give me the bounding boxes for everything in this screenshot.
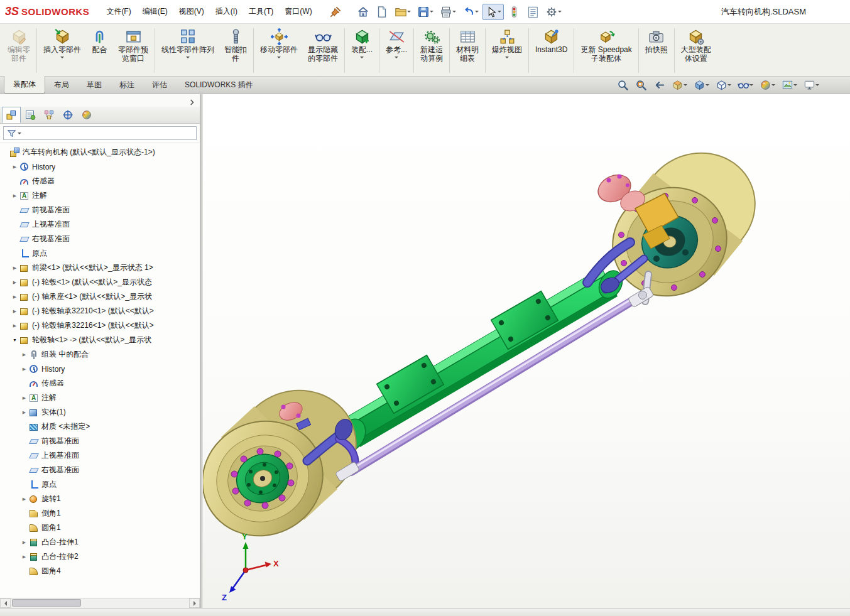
menu-item[interactable]: 视图(V)	[173, 3, 210, 20]
display-style-button[interactable]	[714, 78, 733, 92]
exploded-view-button[interactable]: 爆炸视图	[487, 26, 527, 75]
expand-arrow-icon[interactable]: ▶	[11, 323, 19, 328]
commandmanager-tab[interactable]: 评估	[143, 77, 176, 94]
mate-button[interactable]: 配合	[86, 26, 113, 75]
expand-arrow-icon[interactable]: ▶	[11, 165, 19, 170]
tree-item[interactable]: ▶(-) 轴承座<1> (默认<<默认>_显示状	[0, 289, 200, 304]
commandmanager-tab[interactable]: 布局	[45, 77, 78, 94]
scroll-right-button[interactable]	[189, 598, 200, 608]
wheel-drum-left[interactable]	[203, 370, 375, 555]
commandmanager-tab[interactable]: SOLIDWORKS 插件	[176, 77, 262, 94]
configurationmanager-tab[interactable]	[40, 107, 58, 123]
insert-component-button[interactable]: 插入零部件	[38, 26, 86, 75]
snapshot-button[interactable]: 拍快照	[640, 26, 673, 75]
expand-arrow-icon[interactable]: ▶	[20, 410, 28, 415]
zoom-area-button[interactable]	[633, 78, 649, 92]
tree-horizontal-scrollbar[interactable]	[0, 598, 200, 608]
tree-item[interactable]: 原点	[0, 477, 200, 492]
tree-item[interactable]: ▶(-) 轮毂轴承32216<1> (默认<<默认>	[0, 318, 200, 333]
new-document-button[interactable]	[373, 4, 391, 20]
instant3d-button[interactable]: Instant3D	[530, 26, 572, 75]
tree-item[interactable]: ▼轮毂轴<1> -> (默认<<默认>_显示状	[0, 333, 200, 347]
tree-item[interactable]: 原点	[0, 246, 200, 261]
tree-item[interactable]: ▶History	[0, 159, 200, 174]
expand-arrow-icon[interactable]: ▼	[11, 338, 19, 342]
commandmanager-tab[interactable]: 装配体	[4, 76, 45, 94]
scrollbar-thumb[interactable]	[12, 599, 81, 607]
panel-collapse-button[interactable]	[187, 96, 198, 109]
file-properties-button[interactable]	[524, 4, 542, 20]
propertymanager-tab[interactable]	[21, 107, 40, 123]
select-cursor-button[interactable]	[482, 4, 504, 20]
tree-item[interactable]: 右视基准面	[0, 232, 200, 246]
pin-button[interactable]	[327, 4, 344, 20]
dimxpertmanager-tab[interactable]	[58, 107, 77, 123]
tree-item[interactable]: ▶组装 中的配合	[0, 347, 200, 362]
tie-rod[interactable]	[335, 274, 653, 482]
expand-arrow-icon[interactable]: ▶	[11, 266, 19, 271]
section-view-button[interactable]	[670, 78, 689, 92]
menu-item[interactable]: 插入(I)	[210, 3, 243, 20]
axle-beam[interactable]	[333, 267, 627, 457]
tree-item[interactable]: ▶(-) 轮毂<1> (默认<<默认>_显示状态	[0, 275, 200, 289]
smart-fasteners-button[interactable]: 智能扣 件	[219, 26, 252, 75]
tree-item[interactable]: 汽车转向机构 (默认<默认_显示状态-1>)	[0, 145, 200, 159]
expand-arrow-icon[interactable]: ▶	[11, 280, 19, 285]
speedpak-button[interactable]: 更新 Speedpak 子装配体	[575, 26, 636, 75]
tree-item[interactable]: 上视基准面	[0, 217, 200, 232]
tree-item[interactable]: 传感器	[0, 376, 200, 391]
edit-appearance-button[interactable]	[758, 78, 777, 92]
commandmanager-tab[interactable]: 标注	[111, 77, 143, 94]
expand-arrow-icon[interactable]: ▶	[20, 554, 28, 559]
tree-item[interactable]: 前视基准面	[0, 434, 200, 448]
show-hidden-button[interactable]: 显示隐藏 的零部件	[303, 26, 343, 75]
tree-item[interactable]: ▶(-) 轮毂轴承32210<1> (默认<<默认>	[0, 304, 200, 318]
expand-arrow-icon[interactable]: ▶	[20, 497, 28, 502]
hide-show-items-button[interactable]	[736, 78, 755, 92]
settings-button[interactable]	[543, 4, 564, 20]
menu-item[interactable]: 窗口(W)	[279, 3, 317, 20]
home-button[interactable]	[354, 4, 372, 20]
expand-arrow-icon[interactable]: ▶	[11, 294, 19, 300]
tree-item[interactable]: ▶注解	[0, 188, 200, 203]
tree-item[interactable]: ▶旋转1	[0, 492, 200, 506]
tree-item[interactable]: ▶注解	[0, 391, 200, 405]
tree-item[interactable]: 上视基准面	[0, 448, 200, 463]
previous-view-button[interactable]	[651, 78, 667, 92]
undo-button[interactable]	[460, 4, 481, 20]
expand-arrow-icon[interactable]: ▶	[20, 367, 28, 372]
open-button[interactable]	[392, 4, 413, 20]
tree-item[interactable]: 前视基准面	[0, 203, 200, 217]
tree-item[interactable]: ▶History	[0, 362, 200, 376]
3d-model[interactable]: Y X Z	[203, 94, 850, 608]
motion-study-button[interactable]: 新建运 动算例	[415, 26, 448, 75]
linear-pattern-button[interactable]: 线性零部件阵列	[156, 26, 219, 75]
apply-scene-button[interactable]	[780, 78, 799, 92]
view-orientation-button[interactable]	[692, 78, 711, 92]
menu-item[interactable]: 编辑(E)	[137, 3, 173, 20]
bom-button[interactable]: 材料明 细表	[451, 26, 484, 75]
tree-item[interactable]: 右视基准面	[0, 463, 200, 477]
move-component-button[interactable]: 移动零部件	[255, 26, 303, 75]
expand-arrow-icon[interactable]: ▶	[20, 540, 28, 545]
reference-geometry-button[interactable]: 参考...	[381, 26, 412, 75]
tree-item[interactable]: 材质 <未指定>	[0, 419, 200, 434]
expand-arrow-icon[interactable]: ▶	[11, 193, 19, 198]
tree-item[interactable]: 倒角1	[0, 506, 200, 521]
view-settings-button[interactable]	[802, 78, 821, 92]
scroll-left-button[interactable]	[0, 598, 11, 608]
tree-item[interactable]: 圆角4	[0, 564, 200, 578]
featuremanager-tab[interactable]	[2, 107, 21, 123]
menu-item[interactable]: 文件(F)	[101, 3, 136, 20]
filter-dropdown-caret-icon[interactable]	[18, 132, 21, 136]
print-button[interactable]	[437, 4, 459, 20]
rebuild-button[interactable]	[505, 4, 523, 20]
assembly-features-button[interactable]: 装配...	[346, 26, 378, 75]
expand-arrow-icon[interactable]: ▶	[11, 309, 19, 314]
tree-item[interactable]: ▶实体(1)	[0, 405, 200, 419]
tree-item[interactable]: ▶凸台-拉伸1	[0, 535, 200, 549]
tree-item[interactable]: 圆角1	[0, 521, 200, 535]
tree-filter-input[interactable]	[3, 126, 197, 140]
tree-item[interactable]: ▶凸台-拉伸2	[0, 549, 200, 564]
expand-arrow-icon[interactable]: ▶	[20, 396, 28, 401]
